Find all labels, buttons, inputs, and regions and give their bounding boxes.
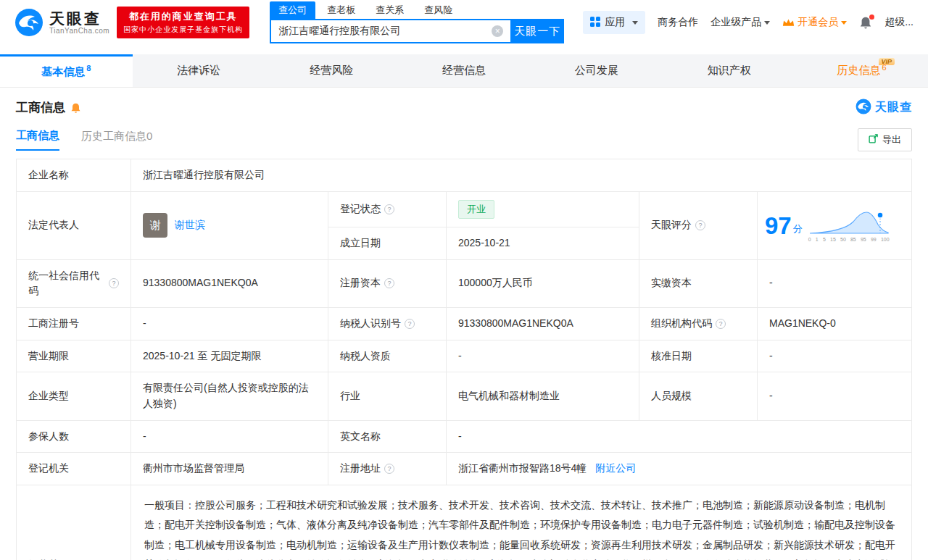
field-company-type-value: 有限责任公司(自然人投资或控股的法人独资): [131, 372, 328, 420]
tyc-score[interactable]: 97 分 0151550859599100: [758, 192, 912, 260]
field-reg-address-label: 注册地址: [328, 453, 447, 485]
tab-company-development[interactable]: 公司发展: [530, 54, 663, 87]
monitor-bell-icon[interactable]: [70, 102, 81, 114]
field-establish-date-value: 2025-10-21: [447, 227, 639, 260]
promo-badge: 都在用的商业查询工具 国家中小企业发展子基金旗下机构: [117, 7, 249, 38]
field-org-code-value: MAG1NEKQ-0: [758, 308, 912, 340]
promo-line2: 国家中小企业发展子基金旗下机构: [123, 25, 243, 35]
field-reg-address-value: 浙江省衢州市报智路18号4幢 附近公司: [447, 453, 912, 485]
help-icon[interactable]: [405, 319, 415, 329]
help-icon[interactable]: [695, 220, 705, 230]
tab-label: 基本信息: [41, 65, 85, 79]
field-staff-size-label: 人员规模: [639, 372, 758, 420]
vip-badge: VIP: [879, 58, 895, 65]
logo-domain: TianYanCha.com: [49, 27, 109, 35]
field-reg-capital-value: 100000万人民币: [447, 260, 639, 308]
notification-red-dot: [869, 14, 874, 20]
search-tab-company[interactable]: 查公司: [270, 1, 315, 19]
help-icon[interactable]: [384, 204, 394, 214]
field-reg-capital-label: 注册资本: [328, 260, 447, 308]
menu-enterprise-products[interactable]: 企业级产品: [710, 16, 770, 29]
business-info-table: 企业名称 浙江吉曜通行控股有限公司 法定代表人 谢 谢世滨 登记状态 开业 天眼…: [16, 159, 912, 560]
field-taxpayer-quality-label: 纳税人资质: [328, 340, 447, 373]
field-legal-rep-label: 法定代表人: [17, 192, 131, 260]
logo-name: 天眼查: [49, 10, 109, 27]
legal-rep-avatar[interactable]: 谢: [143, 213, 167, 238]
field-business-term-value: 2025-10-21 至 无固定期限: [131, 340, 328, 373]
status-badge: 开业: [458, 200, 494, 219]
field-reg-authority-value: 衢州市市场监督管理局: [131, 453, 328, 485]
caret-down-icon: [632, 21, 638, 25]
notification-bell-icon[interactable]: [859, 16, 872, 30]
promo-line1: 都在用的商业查询工具: [123, 10, 243, 23]
score-unit: 分: [793, 222, 803, 236]
apps-menu[interactable]: 应用: [583, 11, 645, 34]
crown-icon: [782, 18, 795, 28]
field-org-code-label: 组织机构代码: [639, 308, 758, 340]
field-taxpayer-id-label: 纳税人识别号: [328, 308, 447, 340]
tab-basic-info[interactable]: 基本信息8: [0, 54, 133, 87]
help-icon[interactable]: [716, 319, 726, 329]
export-button[interactable]: 导出: [858, 128, 912, 151]
search-tab-risk[interactable]: 查风险: [415, 1, 461, 19]
menu-super-vip[interactable]: 超级...: [884, 16, 914, 29]
tab-label: 经营风险: [310, 64, 353, 78]
field-business-scope-value: 一般项目：控股公司服务；工程和技术研究和试验发展；技术服务、技术开发、技术咨询、…: [131, 485, 912, 560]
field-reg-authority-label: 登记机关: [17, 453, 131, 485]
tab-intellectual-property[interactable]: 知识产权: [663, 54, 795, 87]
tab-legal-litigation[interactable]: 法律诉讼: [133, 54, 265, 87]
export-icon: [869, 134, 878, 146]
field-credit-code-label: 统一社会信用代码: [17, 260, 131, 308]
menu-business-cooperation[interactable]: 商务合作: [658, 16, 698, 29]
watermark-text: 天眼查: [875, 100, 912, 115]
tab-history-info[interactable]: VIP 历史信息6: [795, 54, 928, 87]
tab-operation-risk[interactable]: 经营风险: [265, 54, 398, 87]
help-icon[interactable]: [384, 464, 394, 474]
field-approval-date-label: 核准日期: [639, 340, 758, 373]
field-paid-capital-value: -: [758, 260, 912, 308]
menu-open-vip[interactable]: 开通会员: [782, 16, 847, 29]
tianyancha-logo-icon: [856, 99, 871, 117]
field-reg-number-value: -: [131, 308, 328, 340]
legal-rep-link[interactable]: 谢世滨: [175, 217, 205, 233]
subtab-business-info[interactable]: 工商信息: [16, 129, 59, 151]
field-credit-code-value: 91330800MAG1NEKQ0A: [131, 260, 328, 308]
field-industry-value: 电气机械和器材制造业: [447, 372, 639, 420]
field-english-name-value: -: [447, 421, 912, 454]
company-nav-tabs: 基本信息8 法律诉讼 经营风险 经营信息 公司发展 知识产权 VIP 历史信息6: [0, 54, 928, 88]
tab-label: 知识产权: [708, 64, 751, 78]
help-icon[interactable]: [109, 278, 119, 288]
help-icon[interactable]: [384, 278, 394, 288]
tab-label: 经营信息: [442, 64, 486, 78]
field-legal-rep-value: 谢 谢世滨: [131, 192, 328, 260]
field-company-name-value: 浙江吉曜通行控股有限公司: [131, 159, 912, 192]
export-label: 导出: [882, 133, 901, 146]
tianyancha-logo-icon: [14, 8, 44, 37]
tianyancha-logo[interactable]: 天眼查 TianYanCha.com: [14, 8, 109, 37]
field-reg-number-label: 工商注册号: [17, 308, 131, 340]
search-tab-relation[interactable]: 查关系: [367, 1, 413, 19]
tab-label: 历史信息: [837, 64, 881, 78]
field-taxpayer-quality-value: -: [447, 340, 639, 373]
field-company-name-label: 企业名称: [17, 159, 131, 192]
field-business-term-label: 营业期限: [17, 340, 131, 373]
enterprise-label: 企业级产品: [710, 16, 761, 29]
field-staff-size-value: -: [758, 372, 912, 420]
field-english-name-label: 英文名称: [328, 421, 447, 454]
field-reg-status-label: 登记状态: [328, 192, 447, 227]
field-industry-label: 行业: [328, 372, 447, 420]
nearby-companies-link[interactable]: 附近公司: [595, 461, 636, 477]
tab-count: 6: [882, 63, 887, 72]
apps-grid-icon: [590, 17, 600, 29]
subtab-history-business-info[interactable]: 历史工商信息0: [81, 130, 152, 150]
score-value: 97: [765, 207, 792, 244]
tab-operation-info[interactable]: 经营信息: [398, 54, 531, 87]
search-tabs: 查公司 查老板 查关系 查风险: [270, 1, 564, 19]
search-input[interactable]: [270, 19, 510, 43]
section-title: 工商信息: [16, 99, 65, 116]
tianyancha-watermark: 天眼查: [856, 99, 912, 117]
search-button[interactable]: 天眼一下: [510, 19, 564, 43]
score-distribution-chart: 0151550859599100: [808, 206, 890, 244]
apps-label: 应用: [605, 16, 625, 29]
search-tab-boss[interactable]: 查老板: [318, 1, 364, 19]
